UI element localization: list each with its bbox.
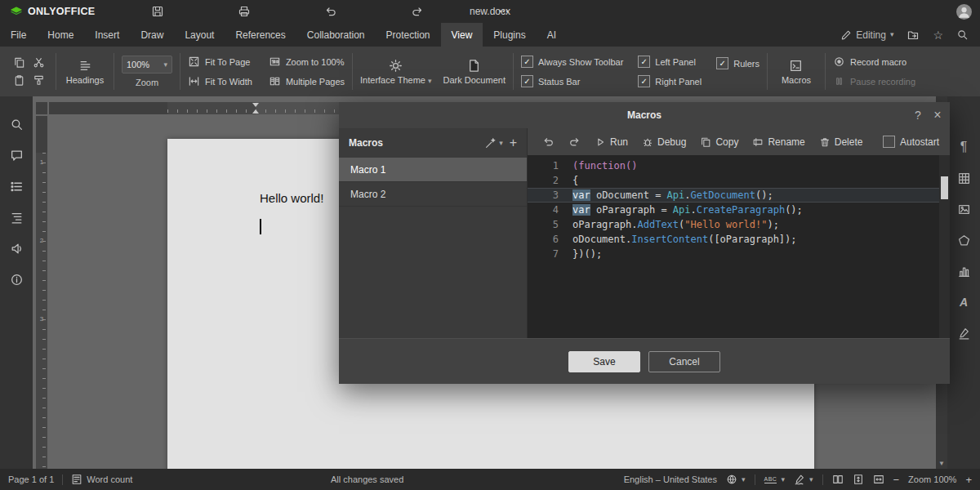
interface-theme-button[interactable]: Interface Theme ▾ <box>360 53 432 91</box>
tab-home[interactable]: Home <box>37 23 84 47</box>
code-line[interactable]: 7})(); <box>528 247 950 261</box>
save-button[interactable] <box>122 2 193 21</box>
favorite-star-icon[interactable]: ☆ <box>933 29 943 42</box>
macro-code-editor[interactable]: 1(function()2{3var oDocument = Api.GetDo… <box>528 155 950 338</box>
checkbox-status-bar[interactable]: Status Bar <box>521 75 623 87</box>
sidebar-search-button[interactable] <box>0 109 33 140</box>
rename-macro-button[interactable]: Rename <box>748 135 808 149</box>
tab-protection[interactable]: Protection <box>376 23 441 47</box>
code-line[interactable]: 3var oDocument = Api.GetDocument(); <box>528 188 950 203</box>
first-line-indent-marker[interactable] <box>252 103 259 107</box>
code-scrollbar-thumb[interactable] <box>941 176 948 199</box>
editor-redo-button[interactable] <box>564 134 585 149</box>
run-macro-button[interactable]: Run <box>590 135 632 149</box>
sidebar-feedback-button[interactable] <box>0 233 33 264</box>
macro-options-button[interactable]: ▾ <box>484 137 503 149</box>
sidebar-signature-settings-button[interactable] <box>947 318 980 349</box>
cancel-button[interactable]: Cancel <box>648 351 720 372</box>
headings-button[interactable]: Headings <box>64 53 106 91</box>
delete-macro-button[interactable]: Delete <box>815 135 867 149</box>
tab-view[interactable]: View <box>441 23 483 47</box>
code-scrollbar[interactable] <box>939 155 950 338</box>
scroll-down-icon[interactable]: ▼ <box>936 457 947 469</box>
fit-to-page-icon <box>188 56 200 68</box>
dark-document-button[interactable]: Dark Document <box>443 53 506 91</box>
spell-checking-button[interactable]: ABC ▾ <box>764 475 785 483</box>
checkbox-left-panel[interactable]: Left Panel <box>638 56 702 68</box>
sidebar-image-settings-button[interactable] <box>947 194 980 225</box>
code-line[interactable]: 5oParagraph.AddText("Hello world!"); <box>528 217 950 232</box>
vertical-ruler[interactable]: 1 2 3 <box>36 116 47 469</box>
zoom-level[interactable]: Zoom 100% <box>908 474 956 484</box>
sidebar-headings-button[interactable] <box>0 202 33 233</box>
tab-file[interactable]: File <box>0 23 37 47</box>
dialog-help-button[interactable]: ? <box>907 102 929 128</box>
zoom-in-button[interactable]: + <box>965 474 972 486</box>
app-logo: ONLYOFFICE <box>0 5 105 18</box>
record-macro-button[interactable]: Record macro <box>833 56 915 68</box>
tab-references[interactable]: References <box>225 23 296 47</box>
sidebar-about-button[interactable] <box>0 264 33 295</box>
page-view-button[interactable] <box>832 474 844 485</box>
copy-button[interactable] <box>13 56 25 69</box>
sidebar-navigation-button[interactable] <box>0 171 33 202</box>
fit-width-button[interactable] <box>873 474 884 485</box>
multiple-pages-button[interactable]: Multiple Pages <box>269 75 345 87</box>
autostart-checkbox[interactable]: Autostart <box>883 136 939 148</box>
tab-draw[interactable]: Draw <box>130 23 174 47</box>
cut-button[interactable] <box>33 56 45 69</box>
zoom-select[interactable]: 100% ▾ <box>122 56 172 74</box>
dialog-header[interactable]: Macros ? × <box>339 102 950 128</box>
word-count-button[interactable]: Word count <box>71 474 132 485</box>
page-indicator[interactable]: Page 1 of 1 <box>8 474 54 484</box>
avatar[interactable] <box>956 4 972 20</box>
undo-button[interactable] <box>296 2 366 21</box>
sidebar-chart-settings-button[interactable] <box>947 256 980 287</box>
debug-macro-button[interactable]: Debug <box>638 135 690 149</box>
editing-mode-selector[interactable]: Editing ▾ <box>840 29 893 41</box>
print-button[interactable] <box>209 2 279 21</box>
open-file-location-button[interactable] <box>906 29 920 42</box>
zoom-to-100-button[interactable]: Zoom to 100% <box>269 56 345 68</box>
macro-list-item[interactable]: Macro 1 <box>339 158 527 182</box>
document-language-button[interactable]: ▾ <box>726 474 746 485</box>
sidebar-comments-button[interactable] <box>0 140 33 171</box>
fit-page-button[interactable] <box>853 474 864 485</box>
chevron-down-icon: ▾ <box>781 476 785 483</box>
code-line[interactable]: 1(function() <box>528 158 950 173</box>
redo-button[interactable] <box>382 2 452 21</box>
add-macro-button[interactable]: + <box>510 136 517 150</box>
more-actions-button[interactable]: ••• <box>469 2 539 21</box>
fit-to-page-button[interactable]: Fit To Page <box>188 56 252 68</box>
checkbox-right-panel[interactable]: Right Panel <box>638 75 702 87</box>
track-changes-button[interactable]: ▾ <box>794 474 813 485</box>
copy-macro-button[interactable]: Copy <box>696 135 742 149</box>
tab-layout[interactable]: Layout <box>174 23 225 47</box>
fit-to-width-button[interactable]: Fit To Width <box>188 75 252 87</box>
search-button[interactable] <box>956 29 969 41</box>
tab-collaboration[interactable]: Collaboration <box>296 23 376 47</box>
sidebar-paragraph-settings-button[interactable]: ¶ <box>947 131 980 163</box>
code-line[interactable]: 6oDocument.InsertContent([oParagraph]); <box>528 232 950 247</box>
zoom-out-button[interactable]: − <box>893 474 900 486</box>
paste-button[interactable] <box>13 74 25 87</box>
save-macro-button[interactable]: Save <box>568 351 640 372</box>
macros-button[interactable]: Macros <box>775 53 817 91</box>
tab-insert[interactable]: Insert <box>84 23 130 47</box>
language-selector[interactable]: English – United States <box>624 474 717 484</box>
code-line[interactable]: 4var oParagraph = Api.CreateParagraph(); <box>528 203 950 217</box>
sidebar-textart-settings-button[interactable]: A <box>947 287 980 318</box>
dialog-close-button[interactable]: × <box>927 102 948 128</box>
checkbox-rulers[interactable]: Rulers <box>716 57 760 69</box>
format-painter-button[interactable] <box>33 74 45 87</box>
sidebar-table-settings-button[interactable] <box>947 163 980 194</box>
checkbox-always-show-toolbar[interactable]: Always Show Toolbar <box>521 56 623 68</box>
code-line[interactable]: 2{ <box>528 173 950 188</box>
ruler-corner[interactable] <box>36 102 47 114</box>
macro-list-item[interactable]: Macro 2 <box>339 182 527 207</box>
left-indent-marker[interactable] <box>252 109 259 114</box>
tab-ai[interactable]: AI <box>537 23 567 47</box>
sidebar-shape-settings-button[interactable] <box>947 225 980 256</box>
tab-plugins[interactable]: Plugins <box>483 23 536 47</box>
editor-undo-button[interactable] <box>538 134 559 149</box>
